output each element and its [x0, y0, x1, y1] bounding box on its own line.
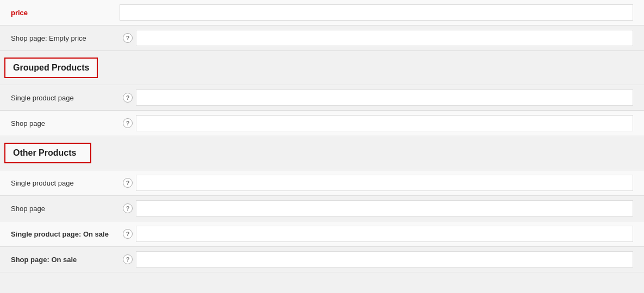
other-single-on-sale-input[interactable] — [136, 226, 633, 242]
other-shop-on-sale-help-icon[interactable]: ? — [123, 254, 133, 264]
grouped-shop-page-help-icon[interactable]: ? — [123, 118, 133, 128]
grouped-shop-page-input-cell — [136, 115, 644, 131]
other-shop-on-sale-input[interactable] — [136, 251, 633, 267]
other-single-product-input-cell — [136, 175, 644, 191]
grouped-single-product-help-cell: ? — [120, 93, 136, 103]
settings-page: price Shop page: Empty price ? Grouped P… — [0, 0, 644, 272]
shop-empty-price-input[interactable] — [136, 30, 633, 46]
other-single-on-sale-row: Single product page: On sale ? — [0, 221, 644, 247]
other-single-on-sale-help-cell: ? — [120, 229, 136, 239]
other-shop-on-sale-label: Shop page: On sale — [0, 256, 120, 264]
other-single-product-input[interactable] — [136, 175, 633, 191]
price-row: price — [0, 0, 644, 26]
grouped-single-product-input-cell — [136, 90, 644, 106]
shop-empty-price-label: Shop page: Empty price — [0, 34, 120, 42]
other-shop-page-row: Shop page ? — [0, 196, 644, 221]
other-shop-page-help-icon[interactable]: ? — [123, 203, 133, 213]
other-single-on-sale-input-cell — [136, 226, 644, 242]
shop-empty-price-help-icon[interactable]: ? — [123, 33, 133, 43]
shop-empty-price-help-cell: ? — [120, 33, 136, 43]
grouped-shop-page-label: Shop page — [0, 119, 120, 128]
grouped-products-header: Grouped Products — [4, 58, 98, 78]
grouped-single-product-label: Single product page — [0, 94, 120, 102]
other-shop-page-help-cell: ? — [120, 203, 136, 213]
grouped-products-header-row: Grouped Products — [0, 51, 644, 85]
other-shop-page-label: Shop page — [0, 205, 120, 213]
other-shop-page-input[interactable] — [136, 200, 633, 216]
other-single-on-sale-label: Single product page: On sale — [0, 230, 120, 238]
other-shop-page-input-cell — [136, 200, 644, 216]
shop-empty-price-input-cell — [136, 30, 644, 46]
other-single-product-row: Single product page ? — [0, 170, 644, 196]
price-input[interactable] — [120, 4, 633, 21]
other-single-product-help-icon[interactable]: ? — [123, 178, 133, 188]
price-label: price — [0, 9, 120, 17]
grouped-shop-page-help-cell: ? — [120, 118, 136, 128]
other-single-product-label: Single product page — [0, 179, 120, 187]
grouped-shop-page-input[interactable] — [136, 115, 633, 131]
other-single-product-help-cell: ? — [120, 178, 136, 188]
grouped-shop-page-row: Shop page ? — [0, 111, 644, 136]
other-shop-on-sale-row: Shop page: On sale ? — [0, 247, 644, 272]
price-input-cell — [120, 4, 644, 21]
other-products-header-row: Other Products — [0, 136, 644, 170]
grouped-single-product-input[interactable] — [136, 90, 633, 106]
other-shop-on-sale-help-cell: ? — [120, 254, 136, 264]
shop-empty-price-row: Shop page: Empty price ? — [0, 26, 644, 51]
other-products-header: Other Products — [4, 143, 91, 163]
other-single-on-sale-help-icon[interactable]: ? — [123, 229, 133, 239]
grouped-single-product-help-icon[interactable]: ? — [123, 93, 133, 103]
grouped-single-product-row: Single product page ? — [0, 85, 644, 111]
other-shop-on-sale-input-cell — [136, 251, 644, 267]
